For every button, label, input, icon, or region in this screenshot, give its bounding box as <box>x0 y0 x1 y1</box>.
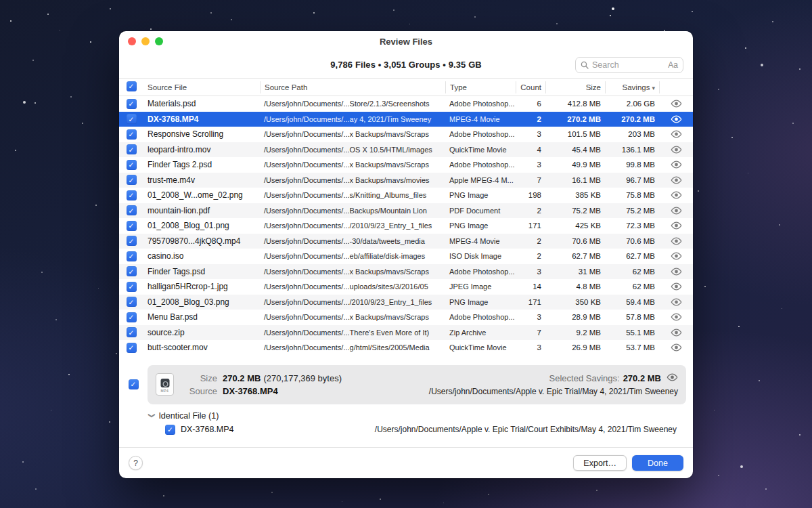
duplicate-count: 4 <box>516 146 545 154</box>
table-row[interactable]: casino.iso /Users/john/Documents/...eb/a… <box>119 249 693 264</box>
column-header-count[interactable]: Count <box>516 81 545 93</box>
duplicate-count: 6 <box>516 100 545 108</box>
table-row[interactable]: 01_2008_Blog_01.png /Users/john/Document… <box>119 218 693 234</box>
row-checkbox[interactable] <box>127 343 137 353</box>
identical-files-disclosure[interactable]: ❯ Identical File (1) <box>149 411 686 421</box>
preview-button[interactable] <box>659 237 693 245</box>
zoom-button[interactable] <box>155 37 163 45</box>
eye-icon <box>671 298 682 306</box>
detail-preview-button[interactable] <box>667 373 678 381</box>
close-button[interactable] <box>128 37 136 45</box>
table-row[interactable]: mountain-lion.pdf /Users/john/Documents/… <box>119 203 693 219</box>
row-checkbox[interactable] <box>127 266 137 276</box>
row-checkbox[interactable] <box>127 205 137 215</box>
minimize-button[interactable] <box>141 37 150 45</box>
help-button[interactable]: ? <box>129 456 143 470</box>
source-file-name: Materials.psd <box>143 99 260 108</box>
file-size: 28.9 MB <box>545 313 605 321</box>
duplicate-count: 171 <box>516 221 545 230</box>
table-row[interactable]: Responsive Scrolling /Users/john/Documen… <box>119 127 693 142</box>
row-checkbox-cell <box>119 99 143 109</box>
row-checkbox[interactable] <box>127 190 137 200</box>
column-header-savings[interactable]: Savings▾ <box>605 81 659 93</box>
row-checkbox[interactable] <box>127 297 137 307</box>
identical-file-checkbox[interactable] <box>165 425 175 435</box>
identical-file-row[interactable]: DX-3768.MP4 /Users/john/Documents/Apple … <box>165 425 686 435</box>
table-row[interactable]: 795709870...4jkQ8Q.mp4 /Users/john/Docum… <box>119 234 693 249</box>
table-row[interactable]: butt-scooter.mov /Users/john/Documents/.… <box>119 340 693 356</box>
source-path: /Users/john/Documents/...Store/2.1.3/Scr… <box>260 100 445 108</box>
select-all-checkbox[interactable] <box>127 81 137 91</box>
export-button[interactable]: Export… <box>573 455 627 471</box>
preview-button[interactable] <box>659 115 693 123</box>
savings-value: 136.1 MB <box>605 146 659 154</box>
file-type: QuickTime Movie <box>445 343 516 352</box>
row-checkbox[interactable] <box>127 312 137 322</box>
preview-button[interactable] <box>659 282 693 291</box>
table-row[interactable]: 01_2008_Blog_03.png /Users/john/Document… <box>119 295 693 310</box>
table-row[interactable]: trust-me.m4v /Users/john/Documents/...x … <box>119 173 693 188</box>
table-row[interactable]: halligan5HRcrop-1.jpg /Users/john/Docume… <box>119 279 693 295</box>
table-body: Materials.psd /Users/john/Documents/...S… <box>119 96 693 356</box>
table-row[interactable]: Finder Tags 2.psd /Users/john/Documents/… <box>119 157 693 173</box>
row-checkbox[interactable] <box>127 160 137 170</box>
preview-button[interactable] <box>659 329 693 337</box>
file-type: Adobe Photoshop... <box>445 130 516 138</box>
preview-button[interactable] <box>659 191 693 199</box>
eye-icon <box>671 146 682 154</box>
file-size: 62.7 MB <box>545 252 605 260</box>
done-button[interactable]: Done <box>632 455 683 471</box>
savings-value: 53.7 MB <box>605 343 659 352</box>
table-row[interactable]: leopard-intro.mov /Users/john/Documents/… <box>119 142 693 158</box>
preview-button[interactable] <box>659 146 693 154</box>
column-header-type[interactable]: Type <box>445 81 516 93</box>
table-row[interactable]: DX-3768.MP4 /Users/john/Documents/...ay … <box>119 112 693 127</box>
savings-value: 99.8 MB <box>605 161 659 169</box>
row-checkbox-cell <box>119 144 143 154</box>
column-header-source-file[interactable]: Source File <box>143 81 260 93</box>
titlebar[interactable]: Review Files <box>119 31 693 51</box>
table-row[interactable]: Materials.psd /Users/john/Documents/...S… <box>119 96 693 112</box>
row-checkbox[interactable] <box>127 221 137 231</box>
row-checkbox[interactable] <box>127 99 137 109</box>
table-row[interactable]: source.zip /Users/john/Documents/...Ther… <box>119 325 693 341</box>
row-checkbox[interactable] <box>127 144 137 154</box>
duplicate-count: 14 <box>516 282 545 291</box>
row-checkbox[interactable] <box>127 129 137 140</box>
preview-button[interactable] <box>659 161 693 169</box>
preview-button[interactable] <box>659 207 693 215</box>
preview-button[interactable] <box>659 252 693 260</box>
preview-button[interactable] <box>659 298 693 306</box>
preview-button[interactable] <box>659 176 693 184</box>
preview-button[interactable] <box>659 268 693 276</box>
detail-group-checkbox[interactable] <box>129 379 139 389</box>
row-checkbox[interactable] <box>127 251 137 261</box>
detail-source-path: /Users/john/Documents/Apple v. Epic Tria… <box>429 387 678 396</box>
row-checkbox[interactable] <box>127 282 137 292</box>
table-row[interactable]: Menu Bar.psd /Users/john/Documents/...x … <box>119 310 693 325</box>
match-case-toggle[interactable]: Aa <box>668 60 678 70</box>
row-checkbox[interactable] <box>127 175 137 185</box>
row-checkbox[interactable] <box>127 236 137 246</box>
row-checkbox[interactable] <box>127 327 137 337</box>
preview-button[interactable] <box>659 343 693 352</box>
file-size: 101.5 MB <box>545 130 605 138</box>
duplicate-count: 7 <box>516 176 545 184</box>
file-size: 70.6 MB <box>545 237 605 245</box>
table-row[interactable]: Finder Tags.psd /Users/john/Documents/..… <box>119 264 693 280</box>
eye-icon <box>671 161 682 169</box>
file-size: 350 KB <box>545 298 605 306</box>
duplicate-count: 3 <box>516 130 545 138</box>
search-input[interactable]: Search Aa <box>575 57 683 73</box>
preview-button[interactable] <box>659 100 693 108</box>
preview-button[interactable] <box>659 130 693 138</box>
preview-button[interactable] <box>659 221 693 230</box>
row-checkbox[interactable] <box>127 114 137 124</box>
file-type: PNG Image <box>445 298 516 306</box>
column-header-size[interactable]: Size <box>545 81 605 93</box>
column-header-source-path[interactable]: Source Path <box>260 81 445 93</box>
table-row[interactable]: 01_2008_W...ome_02.png /Users/john/Docum… <box>119 188 693 203</box>
source-path: /Users/john/Documents/...x Backups/mavs/… <box>260 313 445 321</box>
preview-button[interactable] <box>659 313 693 321</box>
eye-icon <box>671 268 682 276</box>
